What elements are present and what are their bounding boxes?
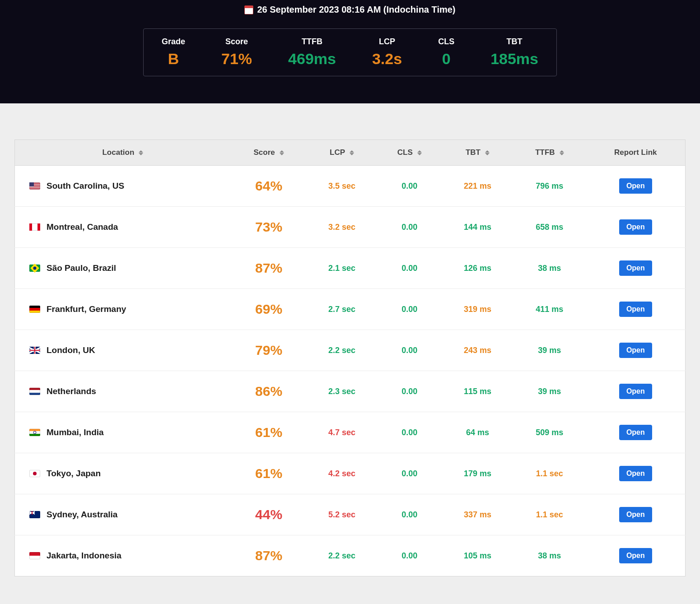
open-report-button[interactable]: Open xyxy=(619,466,652,481)
sort-icon xyxy=(417,150,422,155)
location-text: Netherlands xyxy=(47,386,96,396)
lcp-cell: 2.7 sec xyxy=(307,289,377,330)
summary-value: 71% xyxy=(221,50,252,68)
tbt-cell: 64 ms xyxy=(442,412,513,453)
table-row: Netherlands86%2.3 sec0.00115 ms39 msOpen xyxy=(15,371,686,412)
report-link-cell: Open xyxy=(586,166,686,207)
summary-value: 3.2s xyxy=(372,50,402,68)
location-cell: South Carolina, US xyxy=(15,166,231,207)
open-report-button[interactable]: Open xyxy=(619,219,652,235)
table-row: Montreal, Canada73%3.2 sec0.00144 ms658 … xyxy=(15,207,686,248)
cls-cell: 0.00 xyxy=(377,248,442,289)
location-text: Montreal, Canada xyxy=(47,222,118,232)
open-report-button[interactable]: Open xyxy=(619,343,652,358)
score-cell: 86% xyxy=(231,371,307,412)
flag-icon xyxy=(29,347,40,354)
tbt-cell: 319 ms xyxy=(442,289,513,330)
sort-icon xyxy=(280,150,284,155)
table-row: Sydney, Australia44%5.2 sec0.00337 ms1.1… xyxy=(15,494,686,535)
open-report-button[interactable]: Open xyxy=(619,384,652,399)
open-report-button[interactable]: Open xyxy=(619,548,652,563)
column-header-ttfb[interactable]: TTFB xyxy=(513,140,586,166)
ttfb-cell: 411 ms xyxy=(513,289,586,330)
open-report-button[interactable]: Open xyxy=(619,507,652,522)
location-cell: Mumbai, India xyxy=(15,412,231,453)
lcp-cell: 2.2 sec xyxy=(307,535,377,576)
lcp-cell: 2.3 sec xyxy=(307,371,377,412)
tbt-cell: 221 ms xyxy=(442,166,513,207)
score-cell: 69% xyxy=(231,289,307,330)
summary-cell-cls: CLS0 xyxy=(420,37,472,68)
table-row: Mumbai, India61%4.7 sec0.0064 ms509 msOp… xyxy=(15,412,686,453)
summary-box: GradeBScore71%TTFB469msLCP3.2sCLS0TBT185… xyxy=(143,28,557,76)
location-text: Frankfurt, Germany xyxy=(47,304,126,314)
tbt-cell: 126 ms xyxy=(442,248,513,289)
cls-cell: 0.00 xyxy=(377,289,442,330)
open-report-button[interactable]: Open xyxy=(619,260,652,276)
score-cell: 73% xyxy=(231,207,307,248)
summary-cell-score: Score71% xyxy=(203,37,270,68)
cls-cell: 0.00 xyxy=(377,166,442,207)
lcp-cell: 3.5 sec xyxy=(307,166,377,207)
ttfb-cell: 509 ms xyxy=(513,412,586,453)
report-link-cell: Open xyxy=(586,248,686,289)
summary-cell-grade: GradeB xyxy=(144,37,203,68)
report-link-cell: Open xyxy=(586,494,686,535)
cls-cell: 0.00 xyxy=(377,207,442,248)
location-cell: Tokyo, Japan xyxy=(15,453,231,494)
tbt-cell: 179 ms xyxy=(442,453,513,494)
table-row: São Paulo, Brazil87%2.1 sec0.00126 ms38 … xyxy=(15,248,686,289)
summary-cell-lcp: LCP3.2s xyxy=(354,37,420,68)
report-link-cell: Open xyxy=(586,330,686,371)
report-link-cell: Open xyxy=(586,453,686,494)
flag-icon xyxy=(29,265,40,272)
summary-label: TBT xyxy=(490,37,538,46)
summary-label: CLS xyxy=(438,37,454,46)
column-header-score[interactable]: Score xyxy=(231,140,307,166)
flag-icon xyxy=(29,511,40,518)
flag-icon xyxy=(29,388,40,395)
header-panel: 26 September 2023 08:16 AM (Indochina Ti… xyxy=(0,0,700,103)
ttfb-cell: 796 ms xyxy=(513,166,586,207)
flag-icon xyxy=(29,223,40,231)
score-cell: 87% xyxy=(231,535,307,576)
column-header-location[interactable]: Location xyxy=(15,140,231,166)
location-cell: São Paulo, Brazil xyxy=(15,248,231,289)
summary-cell-ttfb: TTFB469ms xyxy=(270,37,354,68)
ttfb-cell: 39 ms xyxy=(513,371,586,412)
score-cell: 61% xyxy=(231,412,307,453)
table-row: London, UK79%2.2 sec0.00243 ms39 msOpen xyxy=(15,330,686,371)
results-section: LocationScoreLCPCLSTBTTTFBReport Link So… xyxy=(0,103,700,595)
location-cell: Sydney, Australia xyxy=(15,494,231,535)
column-header-tbt[interactable]: TBT xyxy=(442,140,513,166)
tbt-cell: 243 ms xyxy=(442,330,513,371)
location-cell: Montreal, Canada xyxy=(15,207,231,248)
sort-icon xyxy=(485,150,490,155)
tbt-cell: 105 ms xyxy=(442,535,513,576)
column-header-label: Score xyxy=(253,148,275,157)
ttfb-cell: 658 ms xyxy=(513,207,586,248)
flag-icon xyxy=(29,306,40,313)
report-link-cell: Open xyxy=(586,207,686,248)
location-text: Tokyo, Japan xyxy=(47,469,101,478)
ttfb-cell: 1.1 sec xyxy=(513,453,586,494)
tbt-cell: 337 ms xyxy=(442,494,513,535)
lcp-cell: 5.2 sec xyxy=(307,494,377,535)
table-row: Jakarta, Indonesia87%2.2 sec0.00105 ms38… xyxy=(15,535,686,576)
cls-cell: 0.00 xyxy=(377,371,442,412)
column-header-cls[interactable]: CLS xyxy=(377,140,442,166)
report-link-cell: Open xyxy=(586,535,686,576)
score-cell: 87% xyxy=(231,248,307,289)
summary-value: 469ms xyxy=(288,50,336,68)
open-report-button[interactable]: Open xyxy=(619,178,652,194)
cls-cell: 0.00 xyxy=(377,412,442,453)
open-report-button[interactable]: Open xyxy=(619,302,652,317)
table-row: Frankfurt, Germany69%2.7 sec0.00319 ms41… xyxy=(15,289,686,330)
open-report-button[interactable]: Open xyxy=(619,425,652,440)
score-cell: 64% xyxy=(231,166,307,207)
summary-label: Score xyxy=(221,37,252,46)
location-text: Mumbai, India xyxy=(47,427,104,437)
lcp-cell: 2.2 sec xyxy=(307,330,377,371)
column-header-lcp[interactable]: LCP xyxy=(307,140,377,166)
summary-value: 0 xyxy=(438,50,454,68)
